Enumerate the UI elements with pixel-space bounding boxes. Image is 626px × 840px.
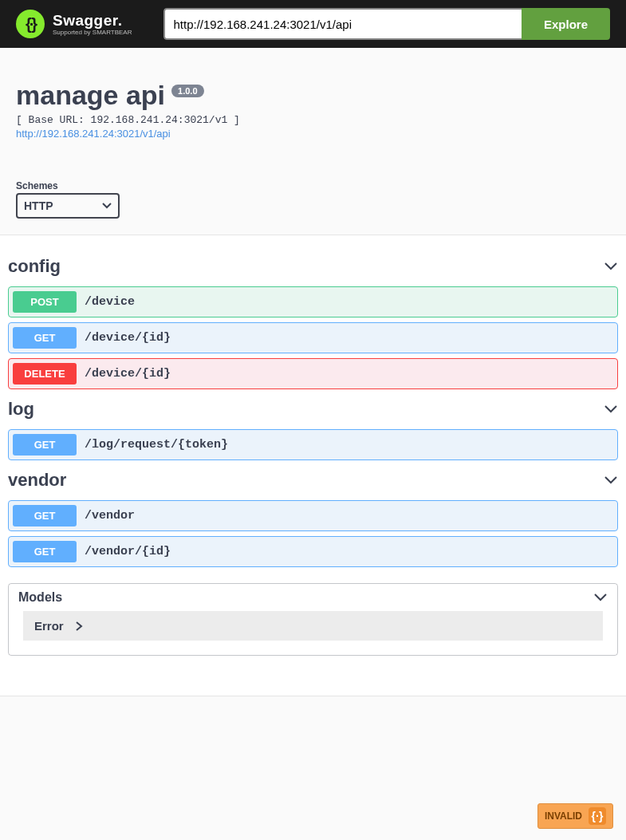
- tag-title: log: [8, 399, 34, 420]
- op-path: /vendor/{id}: [85, 545, 171, 558]
- method-badge: GET: [13, 434, 77, 455]
- model-error[interactable]: Error: [23, 611, 603, 641]
- topbar: {·} Swagger. Supported by SMARTBEAR Expl…: [0, 0, 626, 48]
- models-header[interactable]: Models: [9, 584, 617, 611]
- method-badge: GET: [13, 327, 77, 349]
- op-get-vendor[interactable]: GET/vendor: [8, 500, 618, 531]
- op-delete-device--id-[interactable]: DELETE/device/{id}: [8, 358, 618, 389]
- version-badge: 1.0.0: [171, 85, 203, 97]
- spec-url-input[interactable]: [163, 8, 522, 40]
- method-badge: POST: [13, 291, 77, 313]
- chevron-down-icon: [593, 593, 608, 602]
- op-get-vendor--id-[interactable]: GET/vendor/{id}: [8, 536, 618, 567]
- method-badge: GET: [13, 505, 77, 526]
- operations-panel: configPOST/deviceGET/device/{id}DELETE/d…: [0, 235, 626, 696]
- api-title: manage api: [16, 80, 165, 111]
- chevron-down-icon: [604, 404, 618, 414]
- chevron-down-icon: [102, 203, 112, 209]
- tag-config[interactable]: config: [0, 251, 626, 282]
- tag-title: vendor: [8, 470, 66, 491]
- op-get-device--id-[interactable]: GET/device/{id}: [8, 322, 618, 353]
- explore-button[interactable]: Explore: [522, 8, 610, 40]
- schemes-block: Schemes HTTP: [16, 180, 610, 219]
- brand-text: Swagger.: [53, 13, 132, 28]
- chevron-down-icon: [604, 475, 618, 485]
- swagger-logo[interactable]: {·} Swagger. Supported by SMARTBEAR: [16, 10, 132, 38]
- model-name: Error: [34, 619, 64, 633]
- op-path: /device: [85, 295, 135, 309]
- tag-vendor[interactable]: vendor: [0, 465, 626, 495]
- swagger-logo-icon: {·}: [16, 10, 45, 38]
- chevron-right-icon: [75, 621, 83, 631]
- op-path: /log/request/{token}: [85, 438, 228, 452]
- tag-title: config: [8, 256, 61, 277]
- method-badge: DELETE: [13, 363, 77, 385]
- info-section: manage api 1.0.0 [ Base URL: 192.168.241…: [16, 48, 610, 164]
- schemes-select[interactable]: HTTP: [16, 193, 120, 219]
- base-url: [ Base URL: 192.168.241.24:3021/v1 ]: [16, 114, 610, 126]
- tag-log[interactable]: log: [0, 394, 626, 424]
- spec-link[interactable]: http://192.168.241.24:3021/v1/api: [16, 128, 171, 140]
- models-title: Models: [18, 590, 62, 605]
- op-path: /device/{id}: [85, 367, 171, 381]
- models-section: Models Error: [8, 583, 618, 656]
- chevron-down-icon: [604, 262, 618, 271]
- op-post-device[interactable]: POST/device: [8, 286, 618, 317]
- method-badge: GET: [13, 541, 77, 562]
- op-path: /vendor: [85, 509, 135, 523]
- schemes-label: Schemes: [16, 180, 610, 191]
- op-path: /device/{id}: [85, 331, 171, 345]
- explore-form: Explore: [163, 8, 610, 40]
- op-get-log-request--token-[interactable]: GET/log/request/{token}: [8, 429, 618, 460]
- brand-subtext: Supported by SMARTBEAR: [53, 30, 132, 36]
